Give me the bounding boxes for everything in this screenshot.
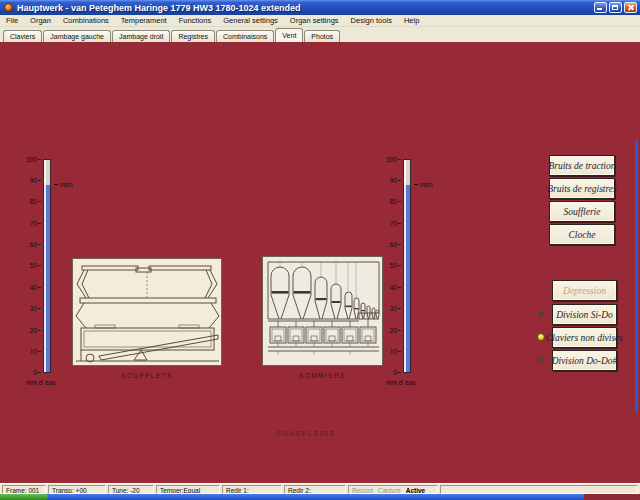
close-icon (625, 3, 636, 12)
tick-mark (398, 265, 401, 266)
wind-gauge-right: 100 90 80 70 60 50 40 30 20 10 0 nom mm … (385, 155, 465, 395)
menu-item-combinations[interactable]: Combinations (57, 16, 115, 25)
menu-item-help[interactable]: Help (398, 16, 425, 25)
tab-vent[interactable]: Vent (275, 28, 303, 42)
menu-item-organ-settings[interactable]: Organ settings (284, 16, 345, 25)
status-transpose: Transp: +00 (48, 485, 106, 494)
menu-item-design-tools[interactable]: Design tools (345, 16, 398, 25)
minimize-icon (597, 8, 602, 10)
tick-mark (38, 223, 41, 224)
start-button-sliver[interactable] (0, 494, 48, 500)
windchest-drawing-icon (263, 257, 382, 365)
cloche-button[interactable]: Cloche (549, 224, 615, 245)
bruits-de-traction-button[interactable]: Bruits de traction (549, 155, 615, 176)
tab-jambage-droit[interactable]: Jambage droit (112, 30, 170, 42)
tick-label: 90 (30, 177, 37, 184)
x-marker-icon (537, 310, 545, 318)
section-title: SOUFFLERIE (256, 430, 356, 437)
tick-label: 100 (386, 156, 397, 163)
tick-mark (38, 201, 41, 202)
tick-mark (398, 201, 401, 202)
tick-mark (398, 223, 401, 224)
minimize-button[interactable] (594, 2, 607, 13)
window-controls (594, 2, 637, 13)
status-redir2: Redir 2: (284, 485, 346, 494)
menu-item-general-settings[interactable]: General settings (217, 16, 284, 25)
tick-mark (38, 265, 41, 266)
status-capture: Capture (378, 487, 401, 494)
status-bar: Frame: 001 Transp: +00 Tune: -20 Temper:… (0, 483, 640, 494)
tick-label: 80 (30, 198, 37, 205)
tab-combinaisons[interactable]: Combinaisons (216, 30, 274, 42)
tick-mark (398, 159, 401, 160)
bruits-de-registres-button[interactable]: Bruits de registres (549, 178, 615, 199)
division-do-do-sharp-button[interactable]: Division Do-Do# (552, 350, 617, 371)
tab-claviers[interactable]: Claviers (3, 30, 42, 42)
tick-label: 60 (390, 241, 397, 248)
tick-mark (398, 287, 401, 288)
status-redir1: Redir 1: (222, 485, 282, 494)
menu-item-organ[interactable]: Organ (24, 16, 57, 25)
wind-pressure-tube (403, 159, 411, 373)
gauge-scale: 100 90 80 70 60 50 40 30 20 10 0 (25, 155, 41, 377)
tick-label: 80 (390, 198, 397, 205)
tick-mark (398, 180, 401, 181)
status-empty (440, 485, 638, 494)
menu-item-file[interactable]: File (0, 16, 24, 25)
soufflerie-button[interactable]: Soufflerie (549, 201, 615, 222)
tick-mark (38, 159, 41, 160)
tab-registres[interactable]: Registres (171, 30, 215, 42)
maximize-button[interactable] (609, 2, 622, 13)
bellows-drawing-icon (73, 259, 221, 365)
hauptwerk-window: Hauptwerk - van Peteghem Haringe 1779 HW… (0, 0, 640, 500)
soufflets-figure: SOUFFLETS (72, 258, 222, 366)
tick-mark (38, 244, 41, 245)
tick-label: 10 (30, 348, 37, 355)
tick-label: 30 (30, 305, 37, 312)
bellows-drawing (72, 258, 222, 366)
tick-mark (38, 287, 41, 288)
tick-label: 40 (390, 284, 397, 291)
status-temperament: Temper:Equal (156, 485, 220, 494)
status-tune: Tune: -20 (108, 485, 154, 494)
division-si-do-button[interactable]: Division Si-Do (552, 304, 617, 325)
x-marker-icon (537, 356, 545, 364)
gauge-unit-label: mm d' eau (26, 379, 56, 386)
menu-bar: File Organ Combinations Temperament Func… (0, 15, 640, 27)
status-active: Active (406, 487, 426, 494)
menu-item-functions[interactable]: Functions (173, 16, 218, 25)
tick-label: 10 (390, 348, 397, 355)
wind-pressure-tube (43, 159, 51, 373)
sommiers-figure: SOMMIERS (262, 256, 383, 366)
window-title: Hauptwerk - van Peteghem Haringe 1779 HW… (17, 3, 594, 13)
tick-mark (38, 308, 41, 309)
nom-pointer (54, 184, 58, 185)
depression-button[interactable]: Depression (552, 280, 617, 301)
maximize-icon (612, 5, 618, 10)
tick-mark (398, 330, 401, 331)
tick-mark (38, 330, 41, 331)
claviers-non-divises-button[interactable]: Claviers non divisés (552, 327, 617, 348)
hauptwerk-app-icon (4, 3, 13, 12)
tab-bar: Claviers Jambage gauche Jambage droit Re… (0, 27, 640, 42)
tick-label: 20 (390, 327, 397, 334)
tick-mark (398, 351, 401, 352)
tab-jambage-gauche[interactable]: Jambage gauche (43, 30, 111, 42)
tick-mark (38, 180, 41, 181)
status-record: Record (352, 487, 373, 494)
close-button[interactable] (624, 2, 637, 13)
tick-mark (38, 372, 41, 373)
tick-label: 60 (30, 241, 37, 248)
tick-label: 70 (390, 220, 397, 227)
title-bar: Hauptwerk - van Peteghem Haringe 1779 HW… (0, 0, 640, 15)
tick-mark (398, 308, 401, 309)
windchest-drawing (262, 256, 383, 366)
menu-item-temperament[interactable]: Temperament (115, 16, 173, 25)
tick-label: 20 (30, 327, 37, 334)
taskbar-window-sliver (584, 494, 640, 500)
nom-pointer (414, 184, 418, 185)
tick-label: 40 (30, 284, 37, 291)
gauge-scale: 100 90 80 70 60 50 40 30 20 10 0 (385, 155, 401, 377)
tab-photos[interactable]: Photos (304, 30, 340, 42)
nom-label: nom (60, 181, 73, 188)
